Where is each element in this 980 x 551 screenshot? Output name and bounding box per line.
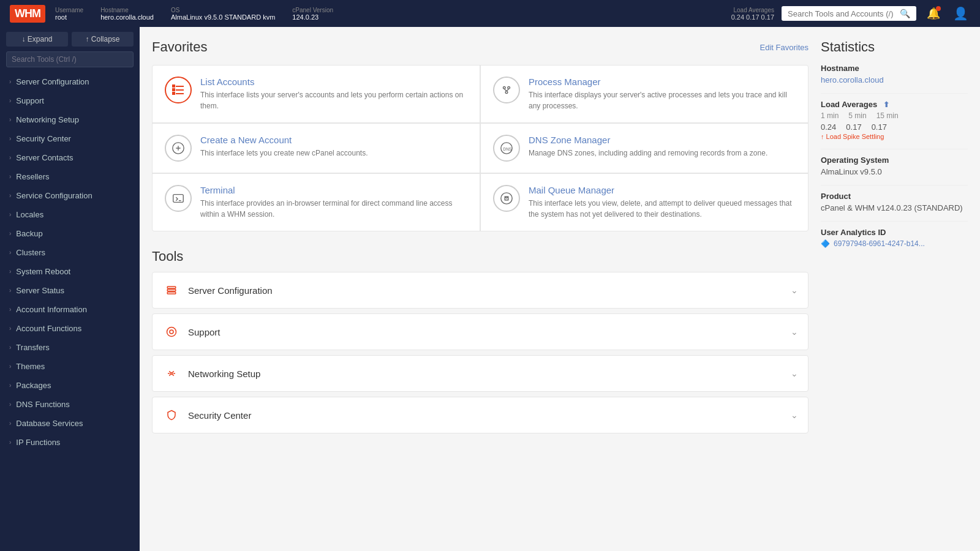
meta-os: OS AlmaLinux v9.5.0 STANDARD kvm [171,7,275,21]
svg-text:DNS: DNS [503,147,512,151]
tool-section-name: Support [188,327,221,337]
la-val-15min: 0.17 [872,122,887,132]
sidebar-item-ip-functions[interactable]: ›IP Functions [0,433,140,452]
chevron-icon: › [9,439,11,446]
tool-chevron-icon: ⌄ [791,285,798,295]
sidebar-item-resellers[interactable]: ›Resellers [0,167,140,186]
meta-os-label: OS [171,7,275,13]
chevron-icon: › [9,325,11,332]
chevron-icon: › [9,344,11,351]
tool-section-header-server[interactable]: Server Configuration ⌄ [153,272,808,308]
user-menu-button[interactable]: 👤 [951,4,970,23]
meta-hostname-label: Hostname [100,7,154,13]
fav-title-mail[interactable]: Mail Queue Manager [529,185,796,195]
stat-divider-2 [821,149,968,149]
main-left: Favorites Edit Favorites List Accounts T… [152,39,809,438]
sidebar-item-label: Support [16,96,44,105]
la-val-5min: 0.17 [846,122,861,132]
favorite-card-dns[interactable]: DNS DNS Zone Manager Manage DNS zones, i… [481,124,808,173]
stat-product-label: Product [821,192,968,201]
sidebar-item-database-services[interactable]: ›Database Services [0,414,140,433]
sidebar-search-wrapper[interactable] [0,51,140,72]
tool-section-header-security[interactable]: Security Center ⌄ [153,397,808,433]
sidebar-item-label: IP Functions [16,438,60,447]
stat-divider-1 [821,93,968,94]
sidebar-item-backup[interactable]: ›Backup [0,224,140,243]
meta-hostname: Hostname hero.corolla.cloud [100,7,154,21]
chevron-icon: › [9,192,11,199]
sidebar-item-support[interactable]: ›Support [0,91,140,110]
stat-ua: User Analytics ID 🔷 69797948-6961-4247-b… [821,228,968,248]
favorite-card-create[interactable]: Create a New Account This interface lets… [153,124,480,173]
fav-desc-list: This interface lists your server's accou… [200,89,467,111]
meta-os-value: AlmaLinux v9.5.0 STANDARD kvm [171,13,275,21]
top-bar-right: Load Averages 0.24 0.17 0.17 🔍 🔔 👤 [731,4,970,23]
tool-icon-network [162,364,181,383]
favorite-card-list[interactable]: List Accounts This interface lists your … [153,66,480,122]
sidebar-item-label: Account Information [16,305,87,314]
fav-title-dns[interactable]: DNS Zone Manager [529,135,796,145]
stat-hostname: Hostname hero.corolla.cloud [821,64,968,84]
sidebar-item-dns-functions[interactable]: ›DNS Functions [0,395,140,414]
tool-section-left: Networking Setup [162,364,260,383]
statistics-panel: Statistics Hostname hero.corolla.cloud L… [821,39,968,438]
sidebar-item-server-contacts[interactable]: ›Server Contacts [0,148,140,167]
edit-favorites-button[interactable]: Edit Favorites [760,43,809,52]
favorites-title: Favorites [152,39,207,55]
sidebar-item-clusters[interactable]: ›Clusters [0,243,140,262]
sidebar-item-transfers[interactable]: ›Transfers [0,338,140,357]
fav-desc-create: This interface lets you create new cPane… [200,148,467,159]
sidebar-item-account-functions[interactable]: ›Account Functions [0,319,140,338]
fav-title-create[interactable]: Create a New Account [200,135,467,145]
stat-load-averages: Load Averages ⬆ 1 min 5 min 15 min 0.24 … [821,100,968,140]
svg-rect-4 [173,89,175,91]
main-area: Favorites Edit Favorites List Accounts T… [140,27,980,551]
fav-title-process[interactable]: Process Manager [529,77,796,87]
sidebar-item-service-configuration[interactable]: ›Service Configuration [0,186,140,205]
load-averages-top: Load Averages 0.24 0.17 0.17 [731,7,774,21]
sidebar-item-packages[interactable]: ›Packages [0,376,140,395]
expand-button[interactable]: ↓ Expand [6,32,68,47]
main-content: Favorites Edit Favorites List Accounts T… [140,27,980,451]
fav-desc-process: This interface displays your server's ac… [529,89,796,111]
search-top-wrapper[interactable]: 🔍 [782,6,916,21]
svg-rect-23 [167,292,176,294]
fav-desc-mail: This interface lets you view, delete, an… [529,198,796,220]
chevron-icon: › [9,401,11,408]
tool-section-header-network[interactable]: Networking Setup ⌄ [153,356,808,391]
favorite-card-terminal[interactable]: Terminal This interface provides an in-b… [153,174,480,231]
tool-chevron-icon: ⌄ [791,410,798,420]
top-bar-meta: Username root Hostname hero.corolla.clou… [55,7,333,21]
stat-divider-3 [821,185,968,186]
notification-button[interactable]: 🔔 [924,4,943,23]
chevron-icon: › [9,230,11,237]
sidebar-item-locales[interactable]: ›Locales [0,205,140,224]
sidebar-item-security-center[interactable]: ›Security Center [0,129,140,148]
sidebar-item-themes[interactable]: ›Themes [0,357,140,376]
sidebar-item-system-reboot[interactable]: ›System Reboot [0,262,140,281]
chevron-icon: › [9,268,11,275]
meta-cpanel-label: cPanel Version [292,7,333,13]
favorite-card-mail[interactable]: Mail Queue Manager This interface lets y… [481,174,808,231]
fav-body-create: Create a New Account This interface lets… [200,135,467,159]
stat-os-label: Operating System [821,156,968,165]
sidebar-item-networking-setup[interactable]: ›Networking Setup [0,110,140,129]
chevron-icon: › [9,249,11,256]
sidebar-item-server-configuration[interactable]: ›Server Configuration [0,72,140,91]
fav-title-terminal[interactable]: Terminal [200,185,467,195]
fav-title-list[interactable]: List Accounts [200,77,467,87]
sidebar-item-label: Security Center [16,134,71,143]
svg-line-9 [504,89,507,91]
collapse-button[interactable]: ↑ Collapse [72,32,134,47]
sidebar-item-account-information[interactable]: ›Account Information [0,300,140,319]
sidebar-search-input[interactable] [6,51,134,67]
search-top-input[interactable] [788,9,896,18]
favorite-card-process[interactable]: Process Manager This interface displays … [481,66,808,122]
chevron-icon: › [9,287,11,294]
meta-username-label: Username [55,7,83,13]
sidebar-item-label: Themes [16,362,45,371]
sidebar-item-server-status[interactable]: ›Server Status [0,281,140,300]
fav-icon-list [165,77,192,103]
tool-section-header-support[interactable]: Support ⌄ [153,314,808,350]
tool-chevron-icon: ⌄ [791,369,798,378]
